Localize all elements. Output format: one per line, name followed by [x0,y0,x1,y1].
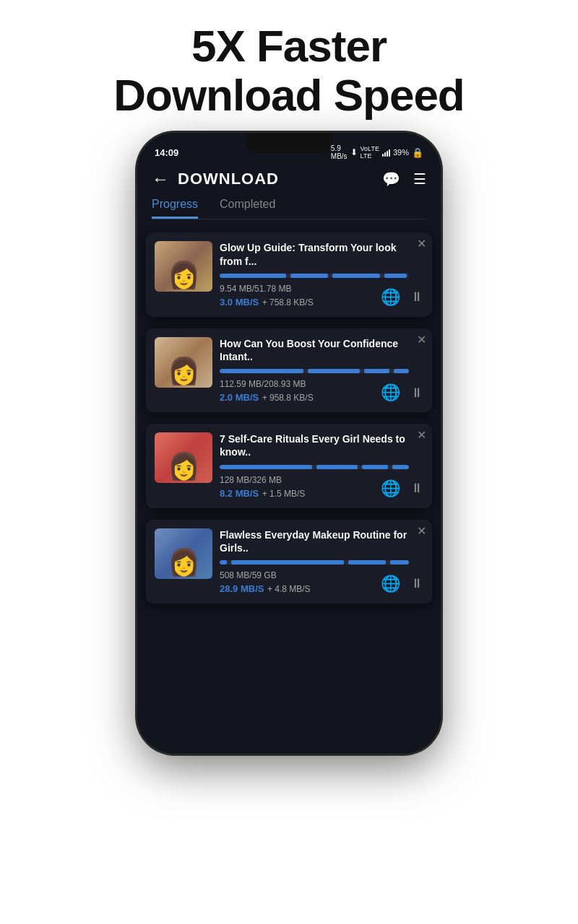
download-card-3: ✕ 7 Self-Care Rituals Every Girl Needs t… [146,424,432,507]
globe-icon-2[interactable]: 🌐 [381,383,400,402]
card-title-2: How Can You Boost Your Confidence Intant… [220,337,409,363]
top-bar: ← DOWNLOAD 💬 ☰ [137,163,441,195]
download-card-4: ✕ Flawless Everyday Makeup Routine for G… [146,520,432,603]
thumbnail-3 [155,432,212,483]
progress-bar-2 [220,369,409,373]
phone-mockup: 14:09 5.9MB/s ⬇ VoLTELTE 39% 🔒 [137,133,441,754]
card-speed-1: 3.0 MB/S [220,297,259,308]
tab-progress[interactable]: Progress [152,198,198,219]
status-right: 5.9MB/s ⬇ VoLTELTE 39% 🔒 [331,144,423,160]
battery-label: 39% [393,148,409,157]
globe-icon-3[interactable]: 🌐 [381,479,400,498]
pause-icon-1[interactable]: ⏸ [410,289,423,305]
thumbnail-1 [155,241,212,292]
card-speed-extra-1: + 758.8 KB/S [262,297,314,308]
card-speed-extra-4: + 4.8 MB/S [267,584,311,594]
close-button-1[interactable]: ✕ [417,238,426,250]
download-card-2: ✕ How Can You Boost Your Confidence Inta… [146,328,432,412]
signal-bars [382,148,390,157]
hero-title: 5X Faster Download Speed [113,22,464,120]
hero-line1: 5X Faster [113,22,464,71]
hero-line2: Download Speed [113,71,464,120]
top-icons: 💬 ☰ [382,170,426,188]
card-title-4: Flawless Everyday Makeup Routine for Gir… [220,528,409,554]
card-speed-extra-2: + 958.8 KB/S [262,393,314,403]
card-speed-3: 8.2 MB/S [220,488,259,499]
thumbnail-2 [155,337,212,388]
card-title-1: Glow Up Guide: Transform Your look from … [220,241,409,267]
network-label: VoLTELTE [361,145,379,160]
progress-bar-3 [220,465,409,469]
page-title: DOWNLOAD [178,170,374,188]
menu-icon[interactable]: ☰ [413,170,426,188]
close-button-3[interactable]: ✕ [417,430,426,441]
tabs: Progress Completed [137,195,441,219]
battery-icon: 🔒 [412,147,423,158]
progress-bar-1 [220,274,409,278]
pause-icon-4[interactable]: ⏸ [410,576,423,591]
progress-bar-4 [220,560,409,565]
globe-icon-4[interactable]: 🌐 [381,575,400,593]
phone-screen: 14:09 5.9MB/s ⬇ VoLTELTE 39% 🔒 [137,133,441,754]
card-actions-1: 🌐 ⏸ [381,288,423,307]
status-time: 14:09 [155,147,178,158]
phone-shell: 14:09 5.9MB/s ⬇ VoLTELTE 39% 🔒 [137,133,441,754]
globe-icon-1[interactable]: 🌐 [381,288,400,307]
pause-icon-2[interactable]: ⏸ [410,385,423,401]
card-title-3: 7 Self-Care Rituals Every Girl Needs to … [220,432,409,458]
card-actions-3: 🌐 ⏸ [381,479,423,498]
tab-completed[interactable]: Completed [220,198,275,219]
close-button-4[interactable]: ✕ [417,526,426,537]
status-speed: 5.9MB/s [331,144,348,160]
card-speed-4: 28.9 MB/S [220,583,264,594]
back-button[interactable]: ← [152,169,169,189]
card-actions-2: 🌐 ⏸ [381,383,423,402]
download-card-1: ✕ Glow Up Guide: Transform Your look fro… [146,232,432,316]
message-icon[interactable]: 💬 [382,170,400,188]
card-speed-extra-3: + 1.5 MB/S [262,489,306,499]
card-speed-2: 2.0 MB/S [220,392,259,403]
phone-notch [246,133,332,153]
thumbnail-4 [155,528,212,579]
card-actions-4: 🌐 ⏸ [381,575,423,593]
download-list: ✕ Glow Up Guide: Transform Your look fro… [137,219,441,616]
download-icon: ⬇ [350,147,358,157]
close-button-2[interactable]: ✕ [417,334,426,346]
pause-icon-3[interactable]: ⏸ [410,481,423,496]
